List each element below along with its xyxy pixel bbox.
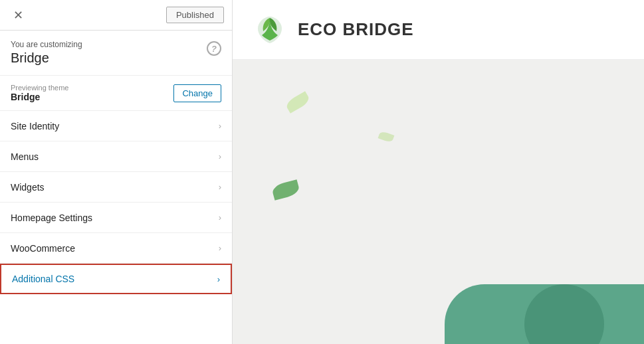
preview-main bbox=[233, 60, 644, 344]
leaf-decoration-1 bbox=[284, 91, 311, 114]
nav-item-label: Menus bbox=[11, 151, 39, 162]
customizing-title: Bridge bbox=[11, 50, 82, 66]
nav-item-menus[interactable]: Menus› bbox=[0, 141, 232, 172]
nav-item-label: WooCommerce bbox=[11, 243, 75, 254]
publish-button[interactable]: Published bbox=[166, 7, 224, 23]
help-icon[interactable]: ? bbox=[207, 41, 221, 56]
theme-label: Previewing theme bbox=[11, 84, 68, 92]
customizing-subtitle: You are customizing bbox=[11, 40, 82, 49]
nav-item-label: Site Identity bbox=[11, 121, 59, 131]
preview-header: ECO BRIDGE bbox=[233, 0, 644, 60]
nav-item-label: Homepage Settings bbox=[11, 213, 92, 223]
nav-item-site-identity[interactable]: Site Identity› bbox=[0, 111, 232, 141]
chevron-icon: › bbox=[219, 151, 221, 161]
nav-list: Site Identity›Menus›Widgets›Homepage Set… bbox=[0, 111, 232, 344]
nav-item-label: Additional CSS bbox=[12, 274, 74, 284]
chevron-icon: › bbox=[219, 213, 221, 222]
change-theme-button[interactable]: Change bbox=[173, 84, 221, 102]
nav-item-additional-css[interactable]: Additional CSS› bbox=[0, 264, 232, 294]
nav-item-widgets[interactable]: Widgets› bbox=[0, 172, 232, 203]
preview-bottom-circle bbox=[524, 284, 604, 344]
sidebar: ✕ Published You are customizing Bridge ?… bbox=[0, 0, 233, 344]
leaf-decoration-3 bbox=[271, 179, 300, 201]
nav-item-label: Widgets bbox=[11, 182, 45, 193]
site-logo bbox=[253, 13, 287, 47]
chevron-icon: › bbox=[217, 274, 220, 284]
preview-area: ECO BRIDGE bbox=[233, 0, 644, 344]
site-title: ECO BRIDGE bbox=[298, 19, 414, 40]
theme-section: Previewing theme Bridge Change bbox=[0, 76, 232, 111]
leaf-decoration-2 bbox=[378, 131, 395, 143]
nav-item-homepage-settings[interactable]: Homepage Settings› bbox=[0, 203, 232, 233]
chevron-icon: › bbox=[219, 243, 221, 253]
chevron-icon: › bbox=[219, 182, 221, 192]
top-bar: ✕ Published bbox=[0, 0, 232, 31]
customizing-section: You are customizing Bridge ? bbox=[0, 31, 232, 76]
theme-name: Bridge bbox=[11, 92, 68, 102]
nav-item-woocommerce[interactable]: WooCommerce› bbox=[0, 233, 232, 264]
close-button[interactable]: ✕ bbox=[8, 5, 28, 25]
chevron-icon: › bbox=[219, 121, 221, 131]
preview-bottom-bar bbox=[445, 284, 644, 344]
